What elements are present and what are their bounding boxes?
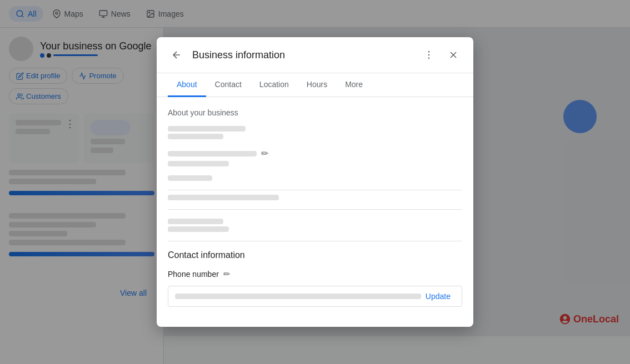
field-skeleton [168, 134, 223, 139]
tab-location[interactable]: Location [251, 73, 298, 97]
info-field-1 [168, 126, 462, 139]
tab-contact[interactable]: Contact [206, 73, 251, 97]
info-field-3 [168, 175, 462, 181]
tab-hours[interactable]: Hours [298, 73, 336, 97]
business-info-modal: Business information About Contact Locat… [157, 37, 473, 327]
info-field-4 [168, 219, 462, 232]
phone-label-row: Phone number ✏ [168, 269, 462, 279]
svg-point-9 [428, 58, 430, 59]
field-skeleton [168, 175, 212, 181]
edit-icon[interactable]: ✏ [261, 148, 268, 159]
phone-input-skeleton [175, 294, 421, 299]
modal-title: Business information [192, 49, 413, 61]
modal-close-button[interactable] [444, 46, 462, 64]
modal-tabs: About Contact Location Hours More [157, 73, 473, 97]
field-skeleton [168, 226, 229, 232]
phone-number-label: Phone number [168, 270, 219, 279]
divider-2 [168, 209, 462, 210]
modal-body: About your business ✏ [157, 97, 473, 327]
field-skeleton [168, 195, 279, 200]
svg-point-8 [428, 54, 430, 56]
modal-header: Business information [157, 37, 473, 73]
phone-section: Phone number ✏ Update [168, 269, 462, 307]
contact-section-title: Contact information [168, 250, 462, 260]
field-skeleton [168, 219, 223, 224]
modal-overlay: Business information About Contact Locat… [0, 0, 630, 364]
field-skeleton [168, 126, 246, 132]
phone-input-row[interactable]: Update [168, 286, 462, 307]
update-button[interactable]: Update [421, 292, 455, 301]
divider-3 [168, 241, 462, 241]
divider-1 [168, 190, 462, 190]
field-skeleton [168, 151, 257, 156]
field-row: ✏ [168, 148, 462, 159]
about-section-title: About your business [168, 108, 462, 117]
tab-more[interactable]: More [336, 73, 372, 97]
info-field-2: ✏ [168, 148, 462, 166]
field-skeleton [168, 161, 229, 166]
modal-back-button[interactable] [168, 46, 186, 64]
tab-about[interactable]: About [168, 73, 206, 97]
svg-point-7 [428, 51, 430, 53]
modal-more-button[interactable] [420, 46, 438, 64]
phone-edit-icon[interactable]: ✏ [223, 269, 231, 279]
